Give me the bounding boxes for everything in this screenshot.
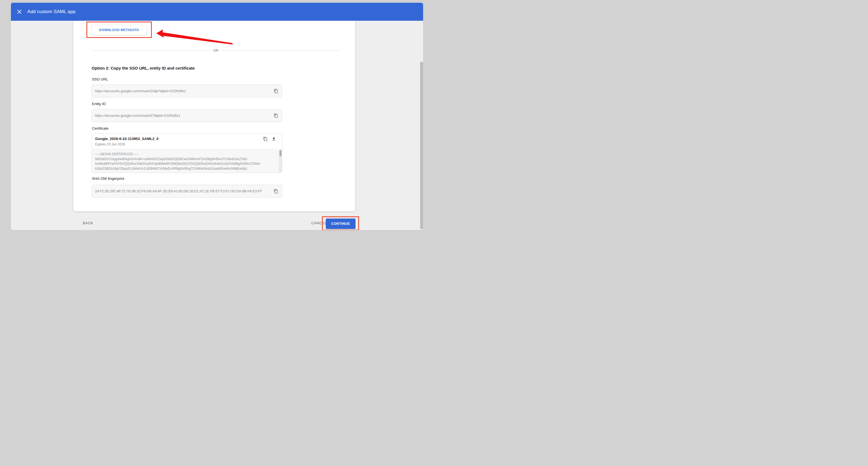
cancel-button[interactable]: CANCEL: [311, 221, 327, 225]
download-icon[interactable]: [272, 137, 276, 141]
page-scrollbar-thumb[interactable]: [420, 62, 423, 229]
sha256-value: 24:FC:B1:BE:46:72:78:3B:32:F6:AB:A4:8F:3…: [95, 189, 262, 193]
continue-button[interactable]: CONTINUE: [326, 219, 355, 229]
close-icon: [17, 9, 22, 14]
certificate-label: Certificate: [92, 126, 108, 130]
content-card: DOWNLOAD METADATA OR Option 2: Copy the …: [73, 21, 355, 211]
dialog-title: Add custom SAML app: [27, 3, 75, 21]
back-button[interactable]: BACK: [83, 221, 93, 225]
sha256-label: SHA-256 fingerprint: [92, 177, 124, 181]
certificate-body[interactable]: -----BEGIN CERTIFICATE----- MIIDdDCCAlyg…: [92, 149, 282, 173]
sso-url-value: https://accounts.google.com/o/saml2/idp?…: [95, 89, 186, 93]
certificate-card-header: Google_2026-6-22-113953_SAML2_0 Expires …: [92, 134, 282, 149]
certificate-name: Google_2026-6-22-113953_SAML2_0: [95, 137, 159, 141]
copy-icon[interactable]: [274, 189, 278, 194]
download-metadata-button[interactable]: DOWNLOAD METADATA: [91, 25, 147, 35]
certificate-line: -----BEGIN CERTIFICATE-----: [95, 152, 276, 157]
certificate-line: MIIDdDCCAlygAwIBAgIGAXo6K+u/MA0GCSqGSIb3…: [95, 157, 276, 162]
copy-icon[interactable]: [263, 137, 268, 141]
entity-id-label: Entity ID: [92, 102, 106, 106]
dialog-viewport: Add custom SAML app DOWNLOAD METADATA OR…: [11, 3, 423, 230]
dialog-header: Add custom SAML app: [11, 3, 423, 21]
entity-id-field: https://accounts.google.com/o/saml2?idpi…: [92, 109, 282, 122]
option2-heading: Option 2: Copy the SSO URL, entity ID an…: [92, 66, 195, 70]
divider-or-label: OR: [212, 48, 220, 52]
copy-icon[interactable]: [274, 113, 278, 118]
close-button[interactable]: [17, 9, 22, 14]
certificate-scrollbar-track[interactable]: [279, 149, 282, 173]
certificate-line: b2dsZSBGb3IgV29yazELMAkGA1UEBhMCVVMxEzAR…: [95, 167, 276, 171]
copy-icon[interactable]: [274, 89, 278, 93]
certificate-card: Google_2026-6-22-113953_SAML2_0 Expires …: [92, 134, 282, 173]
sha256-field: 24:FC:B1:BE:46:72:78:3B:32:F6:AB:A4:8F:3…: [92, 185, 282, 198]
certificate-scrollbar-thumb[interactable]: [279, 150, 282, 156]
entity-id-value: https://accounts.google.com/o/saml2?idpi…: [95, 114, 180, 118]
sso-url-label: SSO URL: [92, 77, 108, 81]
sso-url-field: https://accounts.google.com/o/saml2/idp?…: [92, 85, 282, 97]
certificate-expiry: Expires 23 Jun 2026: [95, 142, 125, 146]
certificate-line: bmMuMRYwFAYDVQQHEw1Nb3VudGFpbiBWaWV3MQ8w…: [95, 162, 276, 167]
